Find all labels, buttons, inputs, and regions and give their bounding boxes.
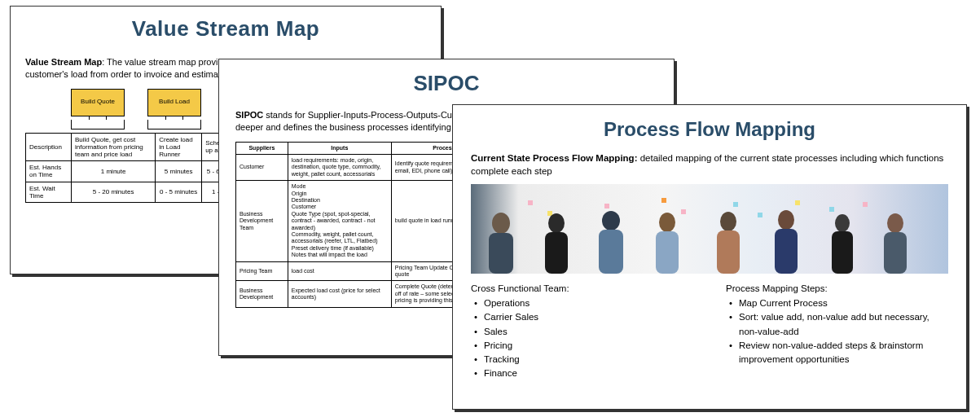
cell: load cost [288,261,391,281]
list-item: Review non-value-added steps & brainstor… [727,339,948,367]
svg-rect-1 [489,233,513,274]
cell: 5 - 20 minutes [72,182,156,202]
cell: Pricing Team [236,261,288,281]
cell: 5 minutes [156,161,202,182]
sticky-note-icon [733,202,738,207]
workshop-photo [471,184,948,274]
row-label: Est. Hands on Time [26,161,72,182]
list-item: Operations [472,296,693,310]
person-icon [481,208,521,274]
sticky-note-icon [758,213,762,217]
sticky-note-icon [863,202,868,207]
cell: Create load in Load Runner [156,133,202,161]
svg-point-14 [887,213,903,233]
cell: Mode Origin Destination Customer Quote T… [288,181,391,261]
list-item: Sales [472,325,693,339]
cell: Customer [236,155,288,181]
connector [147,120,201,129]
cell: load requirements: mode, origin, destina… [288,155,391,181]
left-column: Cross Functional Team: Operations Carrie… [471,283,693,381]
person-icon [648,208,687,274]
person-icon [767,207,806,274]
svg-rect-15 [884,232,907,274]
list-item: Finance [472,367,693,380]
steps-list: Map Current Process Sort: value add, non… [726,296,948,367]
svg-point-0 [492,213,510,234]
person-icon [591,207,631,274]
row-label: Description [26,133,72,161]
slide1-intro-bold: Value Stream Map [25,57,102,67]
sticky-note-icon [661,198,666,203]
svg-rect-5 [599,230,623,274]
svg-rect-13 [832,231,853,274]
col-header: Inputs [288,142,391,154]
list-item: Map Current Process [727,296,948,310]
svg-point-6 [659,213,675,232]
slide2-intro-bold: SIPOC [235,110,263,120]
list-item: Carrier Sales [472,310,693,324]
svg-point-10 [778,210,794,230]
cell: 1 minute [72,161,156,182]
two-column-lists: Cross Functional Team: Operations Carrie… [471,283,948,381]
team-list: Operations Carrier Sales Sales Pricing T… [471,296,693,381]
svg-point-12 [835,214,850,232]
svg-rect-3 [545,232,568,274]
sticky-note-icon [795,200,800,205]
svg-point-4 [602,211,620,230]
vsm-box: Build Quote [71,89,125,116]
slide2-title: SIPOC [235,71,657,96]
left-heading: Cross Functional Team: [471,283,693,293]
cell: Expected load cost (price for select acc… [288,281,391,307]
slide1-title: Value Stream Map [25,16,426,42]
svg-point-8 [720,212,736,231]
list-item: Sort: value add, non-value add but neces… [727,310,948,339]
svg-rect-7 [656,231,679,274]
cell: Business Development Team [236,181,288,261]
slide3-intro: Current State Process Flow Mapping: deta… [471,152,948,178]
slide3-intro-bold: Current State Process Flow Mapping: [471,153,637,163]
svg-rect-11 [775,229,798,274]
svg-rect-9 [717,230,740,274]
list-item: Tracking [472,353,693,367]
cell: Build Quote, get cost information from p… [72,133,156,161]
right-heading: Process Mapping Steps: [726,283,948,293]
svg-point-2 [548,213,565,233]
slide-process-flow-mapping: Process Flow Mapping Current State Proce… [452,104,967,410]
person-icon [824,210,860,274]
col-header: Suppliers [236,142,288,154]
cell: Business Development [236,281,288,307]
sticky-note-icon [528,200,533,205]
connector [71,120,125,129]
person-icon [877,210,914,274]
slide3-title: Process Flow Mapping [471,118,948,141]
row-label: Est. Wait Time [26,182,72,202]
person-icon [538,210,575,274]
vsm-box: Build Load [147,89,201,116]
cell: 0 - 5 minutes [156,182,202,202]
person-icon [710,208,747,274]
list-item: Pricing [472,339,693,353]
right-column: Process Mapping Steps: Map Current Proce… [726,283,948,381]
